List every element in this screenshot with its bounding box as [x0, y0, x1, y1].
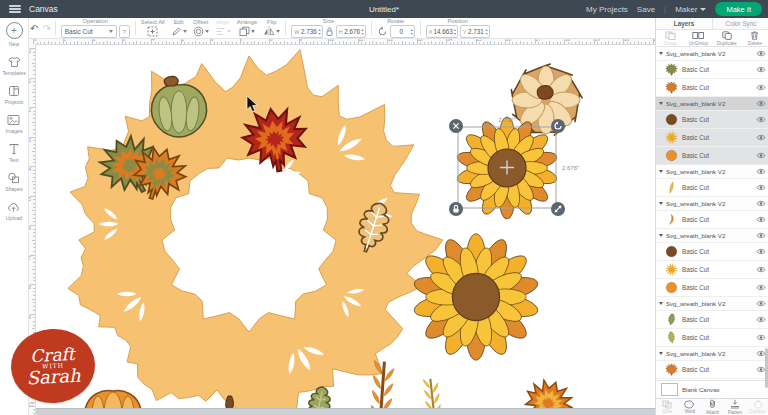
undo-button[interactable]: ↶: [30, 23, 38, 34]
selection-handle-resize-icon[interactable]: [551, 202, 565, 216]
sidebar-item-shapes[interactable]: Shapes: [5, 172, 23, 192]
redo-button[interactable]: ↷: [42, 23, 50, 34]
group-expand-caret-icon[interactable]: [659, 234, 663, 237]
rotate-stepper[interactable]: ▴▾: [411, 28, 413, 35]
layer-row[interactable]: Basic Cut: [656, 261, 768, 279]
layer-group-row[interactable]: Svg_wreath_blank V2: [656, 47, 768, 61]
visibility-eye-icon[interactable]: [756, 66, 766, 73]
layer-group-row[interactable]: Svg_wreath_blank V2: [656, 165, 768, 179]
offset-button[interactable]: [193, 26, 209, 37]
flatten-button[interactable]: Flatten: [724, 399, 747, 415]
layer-row[interactable]: Basic Cut: [656, 111, 768, 129]
layer-row[interactable]: Basic Cut: [656, 179, 768, 197]
layer-row[interactable]: Basic Cut: [656, 243, 768, 261]
pos-y-stepper[interactable]: ▴▾: [486, 28, 488, 35]
layer-group-row[interactable]: Svg_wreath_blank V2: [656, 197, 768, 211]
canvas-object-wheat-sprig[interactable]: [422, 377, 444, 408]
layer-row[interactable]: Basic Cut: [656, 211, 768, 229]
layer-group-row[interactable]: Svg_wreath_blank V2: [656, 229, 768, 243]
visibility-eye-icon[interactable]: [756, 184, 766, 191]
size-width-field[interactable]: W2.736 ▴▾: [291, 25, 322, 38]
selection-handle-lock-icon[interactable]: [449, 202, 463, 216]
group-expand-caret-icon[interactable]: [659, 202, 663, 205]
lock-aspect-icon[interactable]: [325, 26, 334, 37]
operation-help-button[interactable]: ?: [119, 25, 130, 38]
flip-button[interactable]: [263, 26, 280, 37]
layer-row[interactable]: Basic Cut: [656, 279, 768, 297]
tab-color-sync[interactable]: Color Sync: [712, 18, 768, 29]
layer-row[interactable]: Basic Cut: [656, 79, 768, 97]
selection-handle-rotate-icon[interactable]: [551, 119, 565, 133]
visibility-eye-icon[interactable]: [756, 334, 766, 341]
layer-row[interactable]: Basic Cut: [656, 329, 768, 347]
visibility-eye-icon[interactable]: [756, 316, 766, 323]
visibility-eye-icon[interactable]: [756, 248, 766, 255]
height-stepper[interactable]: ▴▾: [362, 28, 364, 35]
visibility-eye-icon[interactable]: [756, 200, 766, 207]
duplicate-button[interactable]: Duplicate: [713, 30, 741, 46]
visibility-eye-icon[interactable]: [756, 216, 766, 223]
visibility-eye-icon[interactable]: [756, 284, 766, 291]
group-expand-caret-icon[interactable]: [659, 52, 663, 55]
delete-button[interactable]: Delete: [741, 30, 768, 46]
canvas-object-orange-pumpkin[interactable]: [85, 391, 141, 408]
layer-row[interactable]: Basic Cut: [656, 129, 768, 147]
document-title[interactable]: Untitled*: [369, 5, 399, 14]
design-canvas[interactable]: 2.736"2.676": [35, 44, 655, 408]
visibility-eye-icon[interactable]: [756, 116, 766, 123]
visibility-eye-icon[interactable]: [756, 84, 766, 91]
group-expand-caret-icon[interactable]: [659, 102, 663, 105]
visibility-eye-icon[interactable]: [756, 100, 766, 107]
my-projects-link[interactable]: My Projects: [586, 5, 628, 14]
rotate-field[interactable]: 0 ▴▾: [390, 25, 415, 38]
layer-row[interactable]: Basic Cut: [656, 379, 768, 380]
sidebar-item-upload[interactable]: Upload: [6, 201, 22, 221]
align-button[interactable]: [215, 26, 231, 37]
canvas-object-maple-leaf[interactable]: [518, 374, 578, 408]
tab-layers[interactable]: Layers: [656, 18, 712, 29]
layer-row[interactable]: Basic Cut: [656, 61, 768, 79]
sidebar-item-templates[interactable]: Templates: [2, 56, 26, 76]
menu-hamburger-icon[interactable]: [9, 5, 21, 13]
sidebar-item-new[interactable]: + New: [6, 22, 23, 47]
sidebar-item-text[interactable]: Text: [8, 143, 20, 163]
blank-canvas-row[interactable]: Blank Canvas: [656, 380, 768, 398]
arrange-button[interactable]: [239, 26, 255, 37]
group-expand-caret-icon[interactable]: [659, 170, 663, 173]
visibility-eye-icon[interactable]: [756, 134, 766, 141]
layer-group-row[interactable]: Svg_wreath_blank V2: [656, 97, 768, 111]
group-expand-caret-icon[interactable]: [659, 302, 663, 305]
layer-row[interactable]: Basic Cut: [656, 311, 768, 329]
visibility-eye-icon[interactable]: [756, 50, 766, 57]
edit-menu-button[interactable]: [171, 26, 187, 37]
width-stepper[interactable]: ▴▾: [318, 28, 320, 35]
visibility-eye-icon[interactable]: [756, 266, 766, 273]
selection-handle-delete-icon[interactable]: [449, 119, 463, 133]
select-all-button[interactable]: [147, 26, 158, 37]
visibility-eye-icon[interactable]: [756, 152, 766, 159]
operation-dropdown[interactable]: Basic Cut: [61, 25, 117, 38]
attach-button[interactable]: Attach: [701, 399, 724, 415]
layer-row[interactable]: Basic Cut: [656, 361, 768, 379]
pos-x-stepper[interactable]: ▴▾: [454, 28, 456, 35]
position-y-field[interactable]: Y2.731 ▴▾: [460, 25, 490, 38]
position-x-field[interactable]: X14.663 ▴▾: [426, 25, 458, 38]
machine-selector[interactable]: Maker: [675, 5, 706, 14]
weld-button[interactable]: Weld: [679, 399, 702, 415]
layer-group-row[interactable]: Svg_wreath_blank V2: [656, 297, 768, 311]
save-link[interactable]: Save: [637, 5, 655, 14]
visibility-eye-icon[interactable]: [756, 232, 766, 239]
layer-group-row[interactable]: Svg_wreath_blank V2: [656, 347, 768, 361]
ungroup-button[interactable]: UnGroup: [684, 30, 712, 46]
layer-row[interactable]: Basic Cut: [656, 147, 768, 165]
sidebar-item-images[interactable]: Images: [5, 114, 22, 134]
visibility-eye-icon[interactable]: [756, 168, 766, 175]
visibility-eye-icon[interactable]: [756, 300, 766, 307]
make-it-button[interactable]: Make It: [715, 2, 762, 16]
slice-button[interactable]: Slice: [656, 399, 679, 415]
contour-button[interactable]: Contour: [746, 399, 768, 415]
sidebar-item-projects[interactable]: Projects: [5, 85, 24, 105]
size-height-field[interactable]: H2.676 ▴▾: [336, 25, 366, 38]
canvas-object-stem[interactable]: [226, 396, 234, 408]
group-expand-caret-icon[interactable]: [659, 352, 663, 355]
